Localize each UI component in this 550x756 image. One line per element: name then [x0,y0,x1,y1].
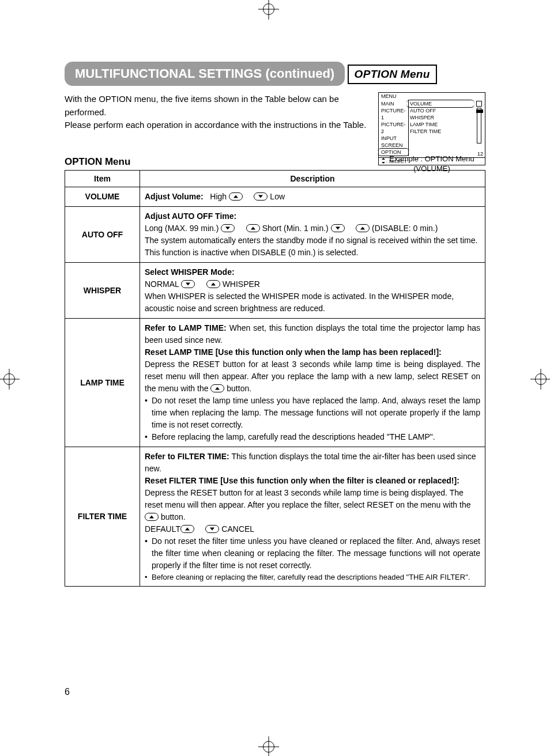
lamp-bul1: Do not reset the lamp time unless you ha… [152,395,480,431]
osd-right-item: LAMP TIME [410,121,472,128]
osd-box-icon [476,101,482,107]
up-key-icon [180,525,194,533]
crop-mark [0,133,16,134]
intro-text: With the OPTION menu, the five items sho… [65,93,376,132]
filter-lead1: Refer to FILTER TIME: [145,452,229,461]
filter-body2b: button. [159,512,186,521]
osd-left-item: MAIN [381,100,407,107]
autooff-disable: (DISABLE: 0 min.) [372,224,438,233]
bullet: •Do not reset the filter time unless you… [145,535,480,572]
up-key-icon [246,224,260,232]
intro-p2: Please perform each operation in accorda… [65,120,366,130]
row-item-lamp: LAMP TIME [65,318,140,447]
row-desc-lamp: Refer to LAMP TIME: When set, this funct… [140,318,485,447]
crop-mark [0,100,16,100]
whisper-whisper: WHISPER [223,279,260,289]
osd-right-item: AUTO OFF [410,107,472,114]
lamp-bul2: Before replacing the lamp, carefully rea… [152,431,480,443]
table-row: AUTO OFF Adjust AUTO OFF Time: Long (MAX… [65,206,485,262]
filter-default: DEFAULT [145,524,180,534]
col-item: Item [65,170,140,187]
crop-mark [0,33,1,50]
lamp-body2a: Depress the RESET button for at least 3 … [145,360,480,393]
crop-mark [0,83,1,99]
osd-left-item: PICTURE-2 [381,121,407,135]
table-row: WHISPER Select WHISPER Mode: NORMAL WHIS… [65,262,485,318]
row-desc-autooff: Adjust AUTO OFF Time: Long (MAX. 99 min.… [140,206,485,262]
down-key-icon [254,192,268,201]
up-key-icon [229,192,243,201]
lamp-body2b: button. [224,384,251,393]
filter-bul1: Do not reset the filter time unless you … [152,535,480,572]
registration-mark-icon [258,736,279,756]
row-item-whisper: WHISPER [65,262,140,318]
bullet: •Before replacing the lamp, carefully re… [145,431,480,443]
whisper-normal: NORMAL [145,279,179,289]
bullet: •Before cleaning or replacing the filter… [145,572,480,583]
osd-left-col: MAIN PICTURE-1 PICTURE-2 INPUT SCREEN OP… [380,100,409,156]
filter-lead2: Reset FILTER TIME [Use this function onl… [145,476,459,485]
crop-mark [0,0,1,16]
volume-lead: Adjust Volume: [145,192,204,201]
whisper-lead: Select WHISPER Mode: [145,267,235,277]
table-row: FILTER TIME Refer to FILTER TIME: This f… [65,447,485,587]
autooff-body: The system automatically enters the stan… [145,236,477,257]
down-key-icon [205,525,219,533]
osd-right-item-selected: VOLUME [410,100,472,107]
crop-mark [0,50,1,66]
crop-mark [0,67,1,83]
osd-right-col: VOLUME AUTO OFF WHISPER LAMP TIME FILTER… [409,100,473,156]
crop-mark [0,100,1,116]
bullet: •Do not reset the lamp time unless you h… [145,395,480,431]
autooff-long: Long (MAX. 99 min.) [145,224,219,233]
table-row: LAMP TIME Refer to LAMP TIME: When set, … [65,318,485,447]
row-desc-whisper: Select WHISPER Mode: NORMAL WHISPER When… [140,262,485,318]
volume-high: High [210,192,227,201]
row-item-autooff: AUTO OFF [65,206,140,262]
up-key-icon [210,384,224,392]
crop-mark [0,16,1,32]
osd-caption-l1: Example : OPTION Menu [389,154,474,163]
up-key-icon [356,224,370,232]
osd-left-item: INPUT [381,135,407,142]
row-item-volume: VOLUME [65,187,140,206]
row-item-filter: FILTER TIME [65,447,140,587]
intro-p1: With the OPTION menu, the five items sho… [65,94,339,117]
osd-left-item: PICTURE-1 [381,107,407,121]
osd-slider-icon [477,108,481,143]
lamp-lead2: Reset LAMP TIME [Use this function only … [145,347,442,357]
crop-mark [0,33,16,33]
filter-cancel: CANCEL [221,524,254,534]
row-desc-filter: Refer to FILTER TIME: This function disp… [140,447,485,587]
page-number: 6 [65,687,70,697]
filter-bul2: Before cleaning or replacing the filter,… [152,572,480,583]
filter-body2a: Depress the RESET button for at least 3 … [145,488,471,509]
osd-caption: Example : OPTION Menu (VOLUME) [378,154,485,174]
section-banner: MULTIFUNCTIONAL SETTINGS (continued) [65,62,345,86]
down-key-icon [181,280,195,288]
lamp-lead1: Refer to LAMP TIME: [145,323,227,332]
up-key-icon [145,513,159,521]
table-row: VOLUME Adjust Volume: High Low [65,187,485,206]
osd-slider-col [473,100,484,156]
osd-right-item: FILTER TIME [410,128,472,135]
crop-mark [0,116,1,133]
down-key-icon [331,224,345,232]
option-table: Item Description VOLUME Adjust Volume: H… [65,170,485,587]
option-menu-heading: OPTION Menu [348,65,437,84]
osd-caption-l2: (VOLUME) [413,164,450,173]
page-content: MULTIFUNCTIONAL SETTINGS (continued) OPT… [65,51,485,587]
registration-mark-icon [530,369,550,390]
autooff-lead: Adjust AUTO OFF Time: [145,211,236,221]
up-key-icon [206,280,220,288]
down-key-icon [221,224,235,232]
whisper-body: When WHISPER is selected the WHISPER mod… [145,292,454,313]
autooff-short: Short (Min. 1 min.) [262,224,329,233]
registration-mark-icon [258,0,279,20]
osd-title: MENU [379,93,485,100]
row-desc-volume: Adjust Volume: High Low [140,187,485,206]
registration-mark-icon [0,369,20,390]
volume-low: Low [270,192,285,201]
osd-right-item: WHISPER [410,114,472,121]
crop-mark [0,66,16,67]
